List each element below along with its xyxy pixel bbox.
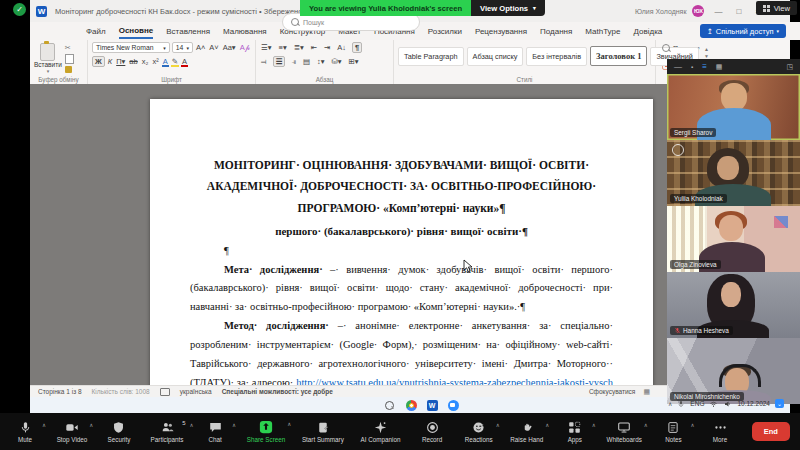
gallery-view-icon[interactable]: ▦ [716,63,723,71]
account-name[interactable]: Юлия Холодняк [635,8,687,15]
mute-button[interactable]: ∧ Mute [10,421,40,443]
read-mode-icon[interactable]: ▦ [643,388,650,396]
ai-companion-button[interactable]: AI Companion [361,421,401,443]
tab-mailings[interactable]: Розсилки [428,25,462,38]
stop-video-button[interactable]: ∧ Stop Video [57,421,88,443]
tab-help[interactable]: Довідка [634,25,663,38]
share-screen-button[interactable]: ∧ Share Screen [247,420,286,443]
taskbar-word-icon[interactable]: W [427,400,438,411]
document-page[interactable]: МОНІТОРИНГ· ОЦІНЮВАННЯ· ЗДОБУВАЧАМИ· ВИЩ… [150,99,653,385]
style-list-paragraph[interactable]: Абзац списку [467,47,524,66]
apps-button[interactable]: ∧ Apps [560,421,590,443]
bold-icon[interactable]: Ж [92,56,105,67]
status-accessibility[interactable]: Спеціальні можливості: усе добре [222,388,333,395]
caret-icon[interactable]: ∧ [592,422,596,428]
caret-icon[interactable]: ∧ [545,422,549,428]
tray-blue-arrow-icon[interactable]: ⌄ [775,399,784,408]
view-options-button[interactable]: View Options ▾ [471,0,545,16]
tab-view[interactable]: Подання [540,25,572,38]
caret-icon[interactable]: ∧ [690,422,694,428]
align-center-icon[interactable]: ☰ [273,56,286,67]
line-spacing-icon[interactable]: ↕▾ [316,57,326,66]
copy-icon[interactable] [65,54,74,64]
minimize-button[interactable]: — [710,7,726,16]
video-tile[interactable]: Olga Zinovieva [667,206,800,272]
video-tile[interactable]: Hanna Hesheva [667,272,800,338]
status-focus[interactable]: Сфокусуватися [589,388,635,395]
status-page[interactable]: Сторінка 1 із 8 [38,388,82,395]
proofing-icon[interactable] [160,388,170,396]
style-table-paragraph[interactable]: Table Paragraph [398,47,464,66]
shading-icon[interactable]: ⛁▾ [331,57,343,66]
tray-language[interactable]: ENG [690,400,704,407]
subscript-icon[interactable]: х₂ [141,57,150,66]
increase-indent-icon[interactable]: ⇥ [323,43,331,52]
notes-button[interactable]: ∧ Notes [658,421,688,443]
caret-icon[interactable]: ∧ [42,422,46,428]
shrink-font-icon[interactable]: А˅ [208,43,219,52]
tray-date[interactable]: 10.12.2024 [737,400,770,407]
borders-icon[interactable]: ⊞▾ [348,57,360,66]
restore-button[interactable]: □ [732,7,745,16]
change-case-icon[interactable]: Aa▾ [222,43,237,52]
start-button[interactable] [362,399,374,411]
caret-icon[interactable]: ∧ [496,422,500,428]
participants-button[interactable]: 5 ∧ Participants [151,421,184,443]
align-right-icon[interactable]: ⫣ [290,57,297,67]
bullet-list-icon[interactable]: ☰▾ [260,43,273,52]
grow-font-icon[interactable]: А˄ [195,43,206,52]
tab-mathtype[interactable]: MathType [585,25,620,38]
start-summary-button[interactable]: Start Summary [302,421,344,443]
chat-button[interactable]: ∧ Chat [200,421,230,443]
justify-icon[interactable]: ▤ [302,57,311,66]
strip-view-icon[interactable]: ≡ [702,62,707,71]
underline-icon[interactable]: П▾ [115,57,126,66]
view-button[interactable]: View [756,1,797,15]
end-button[interactable]: End [752,422,790,441]
multilevel-list-icon[interactable]: ≣▾ [293,43,305,52]
text-effects-icon[interactable]: А [162,57,169,66]
decrease-indent-icon[interactable]: ⇤ [310,43,318,52]
number-list-icon[interactable]: ≡▾ [278,43,288,52]
caret-icon[interactable]: ∧ [189,422,193,428]
status-language[interactable]: українська [180,388,212,395]
tab-file[interactable]: Файл [86,25,106,38]
status-wordcount[interactable]: Кількість слів: 1008 [92,388,150,395]
pop-out-icon[interactable]: ◳ [786,63,793,71]
caret-icon[interactable]: ∧ [89,422,93,428]
reactions-button[interactable]: ∧ Reactions [464,421,494,443]
taskbar-zoom-icon[interactable] [448,400,459,411]
caret-icon[interactable]: ∧ [232,422,236,428]
video-tile[interactable]: Yuliia Kholodniak [667,140,800,206]
clear-format-icon[interactable]: А𝓅 [239,43,251,53]
cut-icon[interactable]: ✂ [65,44,74,52]
raise-hand-button[interactable]: ∧ Raise Hand [510,421,543,443]
superscript-icon[interactable]: х² [151,57,159,66]
tab-home[interactable]: Основне [119,24,154,39]
word-share-button[interactable]: ↥ Спільний доступ ▾ [700,24,786,38]
minimize-strip-icon[interactable]: — [674,62,682,71]
align-left-icon[interactable]: ⫤ [260,57,268,67]
paste-button[interactable]: Вставити ▾ [34,43,62,74]
more-button[interactable]: More [705,421,735,443]
highlight-icon[interactable]: ✎ [171,57,179,66]
video-tile[interactable]: Nikolai Miroshnichenko [667,338,800,404]
caret-icon[interactable]: ∧ [287,421,291,427]
account-avatar[interactable]: ЮХ [692,5,704,17]
font-color-icon[interactable]: А [181,57,188,66]
record-button[interactable]: Record [417,421,447,443]
chrome-icon[interactable] [406,400,417,411]
security-button[interactable]: Security [104,421,134,443]
speaker-view-icon[interactable]: ▪ [691,64,693,70]
font-name-select[interactable]: Times New Roman▾ [92,42,170,53]
font-size-select[interactable]: 14▾ [172,42,193,53]
tab-draw[interactable]: Малювання [223,25,267,38]
sort-icon[interactable]: А↓ [336,43,347,52]
whiteboards-button[interactable]: ∧ Whiteboards [606,421,641,443]
video-tile[interactable]: Sergii Sharov [667,74,800,140]
strikethrough-icon[interactable]: ab [128,57,138,66]
tab-review[interactable]: Рецензування [475,25,527,38]
style-heading1[interactable]: Заголовок 1 [590,46,647,66]
caret-icon[interactable]: ∧ [644,422,648,428]
taskbar-search-icon[interactable] [384,399,396,411]
